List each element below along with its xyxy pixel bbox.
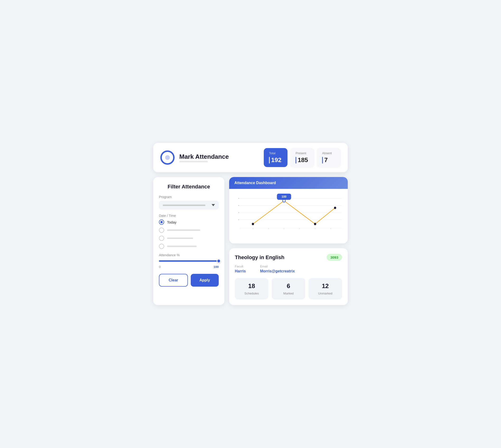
header-card: Mark Attendance Total 192 Present 185 Ab… (153, 143, 348, 172)
email-label: Email (260, 265, 295, 268)
header-title-section: Mark Attendance (179, 153, 259, 162)
course-card: Theology in English 3093 Facult Harris E… (229, 248, 348, 305)
radio-today[interactable]: Today (159, 220, 219, 225)
slider-min-label: 0 (159, 265, 161, 269)
filter-panel: Filter Attendance Program Date / Time To… (153, 177, 224, 305)
svg-point-8 (238, 219, 239, 220)
chevron-down-icon (212, 204, 215, 206)
chart-card: Attendance Dashboard (229, 177, 348, 243)
radio-bar-3 (167, 238, 193, 239)
email-info: Email Morris@getcreatrix (260, 265, 295, 273)
radio-bar-4 (167, 246, 197, 247)
course-info-row: Facult Harris Email Morris@getcreatrix (235, 265, 342, 273)
svg-point-7 (238, 212, 239, 213)
svg-point-6 (238, 205, 239, 206)
main-content: Filter Attendance Program Date / Time To… (153, 177, 348, 305)
stat-marked: 6 Marked (272, 278, 305, 300)
program-section: Program (159, 195, 219, 209)
svg-point-5 (238, 198, 239, 199)
unmarked-number: 12 (313, 282, 338, 290)
course-header: Theology in English 3093 (235, 254, 342, 261)
apply-button[interactable]: Apply (191, 274, 219, 287)
attendance-slider[interactable]: 0 100 (159, 260, 219, 269)
filter-buttons: Clear Apply (159, 274, 219, 287)
schedules-label: Schedules (239, 292, 265, 295)
stat-bar-present (296, 157, 296, 163)
stat-total: Total 192 (264, 148, 287, 167)
stat-schedules: 18 Schedules (235, 278, 268, 300)
stat-absent: Absent 7 (317, 148, 341, 167)
chart-header: Attendance Dashboard (229, 177, 348, 189)
stat-bar-absent (322, 157, 323, 163)
svg-point-17 (314, 223, 316, 225)
dropdown-bar (163, 205, 205, 206)
chart-svg: 100 (233, 191, 344, 239)
radio-label-today: Today (167, 220, 176, 224)
svg-text:100: 100 (282, 195, 286, 198)
stat-cards: Total 192 Present 185 Absent 7 (264, 148, 341, 167)
stat-bar-total (269, 157, 270, 163)
radio-inner-today (160, 221, 163, 223)
radio-icon-3 (159, 236, 164, 241)
faculty-label: Facult (235, 265, 246, 268)
marked-number: 6 (275, 282, 301, 290)
chart-body: 100 (229, 189, 348, 243)
radio-group: Today (159, 220, 219, 249)
svg-point-18 (334, 207, 336, 209)
slider-thumb[interactable] (217, 259, 221, 263)
unmarked-label: Unmarked (313, 292, 338, 295)
radio-icon-2 (159, 227, 164, 233)
slider-fill (159, 260, 219, 262)
program-label: Program (159, 195, 219, 199)
radio-option-4[interactable] (159, 244, 219, 249)
logo-icon (160, 150, 175, 165)
slider-range: 0 100 (159, 265, 219, 269)
radio-bar-2 (167, 229, 200, 231)
course-stats: 18 Schedules 6 Marked 12 Unmarked (235, 278, 342, 300)
slider-max-label: 100 (214, 265, 219, 269)
attendance-pct-label: Attendance % (159, 253, 219, 257)
email-value: Morris@getcreatrix (260, 269, 295, 273)
attendance-pct-section: Attendance % 0 100 (159, 253, 219, 269)
faculty-value: Harris (235, 269, 246, 273)
svg-point-15 (252, 223, 254, 225)
radio-option-2[interactable] (159, 227, 219, 233)
main-container: Mark Attendance Total 192 Present 185 Ab… (153, 143, 348, 305)
marked-label: Marked (275, 292, 301, 295)
course-badge: 3093 (327, 254, 342, 261)
right-panel: Attendance Dashboard (229, 177, 348, 305)
course-title: Theology in English (235, 254, 284, 260)
radio-option-3[interactable] (159, 236, 219, 241)
datetime-section: Date / Time Today (159, 214, 219, 249)
filter-title: Filter Attendance (159, 184, 219, 190)
page-subtitle (179, 161, 208, 162)
faculty-info: Facult Harris (235, 265, 246, 273)
radio-icon-today (159, 220, 164, 225)
clear-button[interactable]: Clear (159, 274, 188, 287)
datetime-label: Date / Time (159, 214, 219, 218)
chart-title: Attendance Dashboard (234, 181, 343, 185)
slider-track (159, 260, 219, 262)
radio-icon-4 (159, 244, 164, 249)
schedules-number: 18 (239, 282, 265, 290)
stat-present: Present 185 (290, 148, 314, 167)
page-title: Mark Attendance (179, 153, 259, 160)
stat-unmarked: 12 Unmarked (309, 278, 342, 300)
program-dropdown[interactable] (159, 201, 219, 209)
